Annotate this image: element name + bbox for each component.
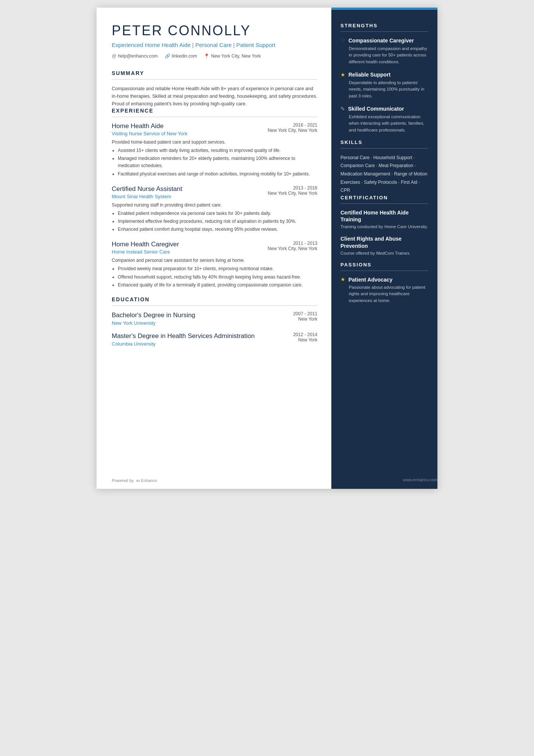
strengths-title: STRENGTHS	[340, 23, 428, 28]
cert-item-1: Certified Home Health Aide Training Trai…	[340, 209, 428, 230]
exp-location-2: New York City, New York	[268, 191, 317, 196]
exp-title-block-1: Home Health Aide Visiting Nurse Service …	[112, 122, 187, 136]
summary-section: SUMMARY Compassionate and reliable Home …	[112, 70, 317, 108]
edu-dates-1: 2007 - 2011	[293, 311, 317, 316]
logo-icon: ∞	[136, 477, 140, 484]
location-icon: 📍	[204, 53, 209, 59]
strength-item-1: ♡ Compassionate Caregiver Demonstrated c…	[340, 37, 428, 65]
skills-section: SKILLS Personal Care · Household Support…	[340, 139, 428, 195]
exp-entry-3: Home Health Caregiver Home Instead Senio…	[112, 241, 317, 289]
strength-desc-3: Exhibited exceptional communication when…	[349, 114, 428, 133]
resume-page: PETER CONNOLLY Experienced Home Health A…	[97, 8, 437, 489]
linkedin-text: linkedin.com	[172, 53, 197, 59]
exp-location-1: New York City, New York	[268, 128, 317, 133]
edu-degree-block-1: Bachelor's Degree in Nursing New York Un…	[112, 311, 195, 326]
bullet-3-3: Enhanced quality of life for a terminall…	[118, 282, 317, 289]
candidate-subtitle: Experienced Home Health Aide | Personal …	[112, 41, 317, 49]
exp-job-title-2: Certified Nurse Assistant	[112, 185, 182, 193]
footer-left: Powered by ∞ Enhancv	[112, 477, 157, 484]
email-icon: @	[112, 53, 116, 59]
reliable-icon: ★	[340, 72, 345, 78]
strength-title-3: Skilled Communicator	[348, 105, 404, 112]
exp-title-block-3: Home Health Caregiver Home Instead Senio…	[112, 241, 179, 255]
certification-section: CERTIFICATION Certified Home Health Aide…	[340, 195, 428, 257]
cert-title-1: Certified Home Health Aide Training	[340, 209, 428, 223]
exp-job-title-1: Home Health Aide	[112, 122, 187, 130]
bullet-2-2: Implemented effective feeding procedures…	[118, 218, 317, 225]
edu-location-1: New York	[289, 316, 317, 322]
certification-title: CERTIFICATION	[340, 195, 428, 200]
header: PETER CONNOLLY Experienced Home Health A…	[112, 23, 317, 59]
exp-location-3: New York City, New York	[268, 246, 317, 251]
strength-item-3: ✎ Skilled Communicator Exhibited excepti…	[340, 105, 428, 133]
passions-title: PASSIONS	[340, 262, 428, 268]
bullet-2-1: Enabled patient independence via persona…	[118, 210, 317, 217]
linkedin-contact: 🔗 linkedin.com	[165, 53, 197, 59]
education-title: EDUCATION	[112, 296, 317, 302]
edu-degree-1: Bachelor's Degree in Nursing	[112, 311, 195, 319]
footer-website: www.enhancv.com	[403, 477, 437, 484]
skills-title: SKILLS	[340, 139, 428, 145]
bullet-1-1: Assisted 15+ clients with daily living a…	[118, 147, 317, 154]
edu-degree-2: Master's Degree in Health Services Admin…	[112, 332, 255, 340]
exp-dates-block-1: 2016 - 2021 New York City, New York	[268, 122, 317, 133]
skills-text: Personal Care · Household Support · Comp…	[340, 154, 428, 195]
main-content: PETER CONNOLLY Experienced Home Health A…	[97, 8, 331, 489]
bullet-1-3: Facilitated physical exercises and range…	[118, 171, 317, 178]
exp-bullets-1: Assisted 15+ clients with daily living a…	[118, 147, 317, 178]
footer: Powered by ∞ Enhancv www.enhancv.com	[112, 477, 437, 484]
exp-company-3: Home Instead Senior Care	[112, 249, 179, 255]
bullet-3-2: Offered household support, reducing fall…	[118, 274, 317, 281]
strength-title-1: Compassionate Caregiver	[348, 37, 414, 44]
powered-by-label: Powered by	[112, 478, 134, 483]
edu-entry-1: Bachelor's Degree in Nursing New York Un…	[112, 311, 317, 326]
strength-item-2: ★ Reliable Support Dependable in attendi…	[340, 71, 428, 99]
experience-title: EXPERIENCE	[112, 108, 317, 114]
passion-item-1: ★ Patient Advocacy Passionate about advo…	[340, 276, 428, 304]
exp-entry-2: Certified Nurse Assistant Mount Sinai He…	[112, 185, 317, 233]
edu-dates-block-1: 2007 - 2011 New York	[289, 311, 317, 322]
location-contact: 📍 New York City, New York	[204, 53, 261, 59]
passion-desc-1: Passionate about advocating for patient …	[349, 284, 428, 304]
strengths-section: STRENGTHS ♡ Compassionate Caregiver Demo…	[340, 23, 428, 133]
edu-location-2: New York	[289, 337, 317, 343]
cert-item-2: Client Rights and Abuse Prevention Cours…	[340, 235, 428, 257]
exp-company-2: Mount Sinai Health System	[112, 194, 182, 199]
brand-name: Enhancv	[141, 478, 157, 483]
exp-company-1: Visiting Nurse Service of New York	[112, 131, 187, 136]
exp-entry-1: Home Health Aide Visiting Nurse Service …	[112, 122, 317, 178]
compassionate-icon: ♡	[340, 38, 345, 44]
exp-job-title-3: Home Health Caregiver	[112, 241, 179, 248]
passions-section: PASSIONS ★ Patient Advocacy Passionate a…	[340, 262, 428, 304]
email-text: help@enhancv.com	[118, 53, 158, 59]
edu-school-1: New York University	[112, 320, 195, 326]
exp-desc-1: Provided home-based patient care and sup…	[112, 139, 317, 146]
edu-dates-block-2: 2012 - 2014 New York	[289, 332, 317, 343]
strength-title-2: Reliable Support	[348, 71, 390, 78]
patient-advocacy-icon: ★	[340, 276, 345, 283]
education-section: EDUCATION Bachelor's Degree in Nursing N…	[112, 296, 317, 347]
edu-school-2: Columbia University	[112, 341, 255, 347]
sidebar: STRENGTHS ♡ Compassionate Caregiver Demo…	[331, 8, 437, 489]
edu-degree-block-2: Master's Degree in Health Services Admin…	[112, 332, 255, 347]
enhancv-logo: ∞ Enhancv	[136, 477, 157, 484]
cert-desc-1: Training conducted by Home Care Universi…	[340, 224, 428, 230]
exp-dates-1: 2016 - 2021	[272, 122, 317, 128]
edu-dates-2: 2012 - 2014	[293, 332, 317, 337]
communicator-icon: ✎	[340, 106, 345, 112]
exp-desc-2: Supported nursing staff in providing dir…	[112, 202, 317, 208]
bullet-2-3: Enhanced patient comfort during hospital…	[118, 226, 317, 233]
strength-desc-2: Dependable in attending to patients' nee…	[349, 80, 428, 99]
bullet-3-1: Provided weekly meal preparation for 10+…	[118, 265, 317, 272]
exp-dates-block-3: 2011 - 2013 New York City, New York	[268, 241, 317, 251]
summary-text: Compassionate and reliable Home Health A…	[112, 85, 317, 108]
linkedin-icon: 🔗	[165, 53, 170, 59]
summary-title: SUMMARY	[112, 70, 317, 76]
exp-dates-2: 2013 - 2016	[272, 185, 317, 191]
exp-desc-3: Companion and personal care assistant fo…	[112, 257, 317, 264]
exp-title-block-2: Certified Nurse Assistant Mount Sinai He…	[112, 185, 182, 199]
passion-title-1: Patient Advocacy	[348, 277, 392, 283]
exp-dates-block-2: 2013 - 2016 New York City, New York	[268, 185, 317, 196]
cert-title-2: Client Rights and Abuse Prevention	[340, 235, 428, 249]
email-contact: @ help@enhancv.com	[112, 53, 158, 59]
